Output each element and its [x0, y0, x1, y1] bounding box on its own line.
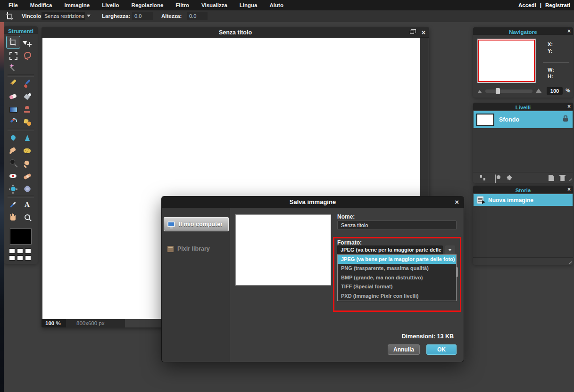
zoom-in-icon[interactable]	[535, 89, 542, 93]
lasso-icon	[23, 51, 32, 59]
format-option[interactable]: BMP (grande, ma non distruttivo)	[338, 273, 456, 282]
tool-group-divider	[8, 129, 34, 131]
tab-pixlr-library[interactable]: Pixlr library	[164, 242, 229, 256]
tool-blur[interactable]	[6, 131, 20, 144]
blur-icon	[9, 134, 17, 142]
close-dialog-icon[interactable]: ×	[455, 196, 459, 208]
format-option[interactable]: PNG (trasparente, massima qualità)	[338, 264, 456, 273]
menu-livello[interactable]: Livello	[102, 2, 119, 8]
tool-pencil[interactable]	[6, 77, 20, 90]
tool-marquee[interactable]	[6, 49, 20, 61]
drawer-icon	[167, 246, 174, 252]
menu-file[interactable]: File	[8, 2, 18, 8]
tool-eraser[interactable]	[6, 90, 20, 103]
tool-draw[interactable]	[20, 115, 34, 128]
height-input[interactable]	[187, 12, 208, 20]
sponge-icon	[23, 147, 32, 155]
wand-icon	[9, 64, 17, 72]
swatch-preset[interactable]	[9, 248, 15, 253]
ok-button[interactable]: OK	[426, 344, 457, 355]
menu-aiuto[interactable]: Aiuto	[270, 2, 283, 8]
brush-icon	[23, 80, 32, 88]
close-window-icon[interactable]: ×	[422, 27, 425, 38]
constraint-select[interactable]: Senza restrizione	[42, 12, 85, 20]
swatch-preset[interactable]	[25, 255, 31, 261]
format-option[interactable]: JPEG (va bene per la maggior parte delle…	[338, 255, 456, 264]
lock-icon[interactable]	[563, 118, 568, 122]
history-row[interactable]: Nuova immagine	[474, 194, 573, 206]
burn-icon	[9, 159, 17, 168]
width-input[interactable]	[132, 12, 153, 20]
tool-lasso[interactable]	[20, 49, 34, 61]
menu-regolazione[interactable]: Regolazione	[132, 2, 164, 8]
cancel-button[interactable]: Annulla	[388, 344, 420, 355]
color-picker-icon	[9, 201, 17, 209]
menu-filtro[interactable]: Filtro	[175, 2, 189, 8]
swatch-preset[interactable]	[25, 248, 31, 253]
tool-sponge[interactable]	[20, 144, 34, 157]
canvas-dimensions: 800x600 px	[66, 319, 125, 327]
tab-my-computer[interactable]: Il mio computer	[164, 217, 229, 231]
tool-smudge[interactable]	[6, 144, 20, 157]
login-link[interactable]: Accedi	[518, 2, 536, 8]
file-name-input[interactable]	[337, 220, 457, 230]
format-select[interactable]: JPEG (va bene per la maggior parte delle…	[337, 245, 443, 254]
menu-lingua[interactable]: Lingua	[240, 2, 258, 8]
auth-links: Accedi | Registrati	[518, 0, 570, 10]
restore-window-icon[interactable]	[410, 31, 414, 34]
canvas-zoom-box[interactable]: 100 %	[42, 319, 66, 327]
menu-bar: FileModificaImmagineLivelloRegolazioneFi…	[0, 0, 574, 10]
register-link[interactable]: Registrati	[545, 2, 570, 8]
tool-type[interactable]	[20, 198, 34, 211]
tool-crop[interactable]	[6, 36, 20, 49]
tool-grid	[6, 36, 35, 224]
close-icon[interactable]: ×	[567, 103, 571, 110]
swatch-preset[interactable]	[17, 248, 23, 253]
tool-stamp[interactable]	[20, 103, 34, 115]
menu-modifica[interactable]: Modifica	[30, 2, 52, 8]
tool-red-eye[interactable]	[6, 170, 20, 182]
tool-color-replace[interactable]	[6, 115, 20, 128]
tool-heal[interactable]	[20, 170, 34, 182]
zoom-percent-input[interactable]	[547, 87, 563, 95]
zoom-out-icon[interactable]	[477, 90, 482, 93]
new-layer-icon[interactable]	[549, 175, 554, 181]
format-option[interactable]: PXD (Immagine Pixlr con livelli)	[338, 292, 456, 301]
format-select-arrow-icon[interactable]	[445, 245, 455, 254]
menu-immagine[interactable]: Immagine	[64, 2, 90, 8]
tool-dodge[interactable]	[20, 157, 34, 170]
canvas-titlebar[interactable]: Senza titolo ×	[42, 27, 429, 38]
tool-brush[interactable]	[20, 77, 34, 90]
tool-bloat[interactable]	[6, 182, 20, 195]
tool-hand[interactable]	[6, 211, 20, 224]
tool-gradient[interactable]	[6, 103, 20, 115]
format-option[interactable]: TIFF (Special format)	[338, 282, 456, 291]
chevron-down-icon[interactable]	[87, 15, 91, 17]
tool-wand[interactable]	[6, 61, 20, 74]
swatch-preset[interactable]	[17, 255, 23, 261]
tool-sharpen[interactable]	[20, 131, 34, 144]
tool-pinch[interactable]	[20, 182, 34, 195]
resize-handle-icon[interactable]	[567, 176, 572, 181]
close-icon[interactable]: ×	[567, 27, 571, 35]
tool-burn[interactable]	[6, 157, 20, 170]
tool-zoom[interactable]	[20, 211, 34, 224]
navigator-thumbnail[interactable]	[477, 39, 536, 83]
layer-row[interactable]: Sfondo	[474, 111, 573, 128]
image-preview	[235, 214, 331, 286]
main-color-swatch[interactable]	[10, 229, 32, 245]
zoom-slider-thumb[interactable]	[496, 88, 500, 94]
swatch-preset[interactable]	[9, 255, 15, 261]
dialog-titlebar[interactable]: Salva immagine ×	[162, 196, 464, 208]
layer-mask-icon[interactable]	[495, 174, 496, 183]
resize-handle-icon[interactable]	[567, 259, 572, 264]
tool-bucket[interactable]	[20, 90, 34, 103]
tools-panel-header: Strumenti	[4, 26, 38, 34]
zoom-slider[interactable]	[485, 90, 532, 93]
close-icon[interactable]: ×	[567, 186, 571, 193]
menu-visualizza[interactable]: Visualizza	[201, 2, 227, 8]
tool-move[interactable]	[20, 36, 34, 49]
y-label: Y:	[548, 48, 552, 54]
auth-separator: |	[540, 2, 541, 8]
tool-color-picker[interactable]	[6, 198, 20, 211]
